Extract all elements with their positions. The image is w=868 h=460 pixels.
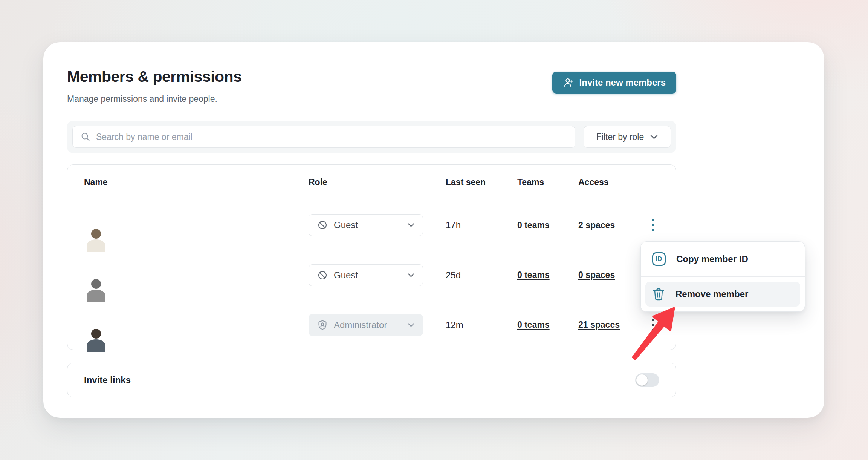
page-background: { "header": { "title": "Members & permis… xyxy=(0,0,868,460)
role-dropdown[interactable]: Guest xyxy=(309,264,423,286)
members-table: Name Role Last seen Teams Access Guest xyxy=(67,164,676,350)
remove-member-menu-item[interactable]: Remove member xyxy=(645,282,800,307)
table-row: Guest 17h 0 teams 2 spaces xyxy=(67,200,676,250)
teams-link[interactable]: 0 teams xyxy=(517,270,550,280)
role-dropdown[interactable]: Guest xyxy=(309,214,423,236)
blocked-icon xyxy=(317,220,328,230)
row-menu-button[interactable] xyxy=(645,215,660,236)
menu-item-label: Remove member xyxy=(675,289,748,299)
invite-button-label: Invite new members xyxy=(579,77,666,88)
column-header-last-seen: Last seen xyxy=(446,177,517,187)
teams-link[interactable]: 0 teams xyxy=(517,220,550,230)
last-seen-value: 12m xyxy=(446,320,517,330)
last-seen-value: 25d xyxy=(446,270,517,281)
role-value: Guest xyxy=(334,270,358,281)
invite-links-label: Invite links xyxy=(84,375,131,385)
filter-bar: Filter by role xyxy=(67,121,676,153)
menu-item-label: Copy member ID xyxy=(676,254,748,264)
invite-links-section: Invite links xyxy=(67,363,676,397)
column-header-access: Access xyxy=(578,177,645,187)
column-header-teams: Teams xyxy=(517,177,578,187)
access-link[interactable]: 2 spaces xyxy=(578,220,615,230)
person-plus-icon xyxy=(563,77,574,88)
chevron-down-icon xyxy=(408,273,414,278)
access-link[interactable]: 21 spaces xyxy=(578,320,620,330)
page-header: Members & permissions Manage permissions… xyxy=(67,68,676,104)
role-dropdown[interactable]: Administrator xyxy=(309,314,423,336)
page-title-block: Members & permissions Manage permissions… xyxy=(67,68,241,104)
chevron-down-icon xyxy=(408,323,414,327)
page-subtitle: Manage permissions and invite people. xyxy=(67,94,241,104)
invite-links-toggle[interactable] xyxy=(635,373,659,387)
admin-shield-icon xyxy=(317,320,328,330)
copy-member-id-menu-item[interactable]: ID Copy member ID xyxy=(641,242,805,276)
row-menu-button[interactable] xyxy=(645,314,660,336)
page-title: Members & permissions xyxy=(67,68,241,86)
toggle-knob xyxy=(636,374,648,386)
role-value: Administrator xyxy=(334,320,387,330)
teams-link[interactable]: 0 teams xyxy=(517,320,550,330)
column-header-role: Role xyxy=(309,177,446,187)
trash-icon xyxy=(652,287,665,301)
table-header-row: Name Role Last seen Teams Access xyxy=(67,165,676,200)
role-value: Guest xyxy=(334,220,358,230)
filter-by-role-label: Filter by role xyxy=(596,132,644,142)
member-context-menu: ID Copy member ID Remove member xyxy=(640,241,805,312)
column-header-name: Name xyxy=(84,177,309,187)
blocked-icon xyxy=(317,270,328,281)
filter-by-role-dropdown[interactable]: Filter by role xyxy=(584,126,671,148)
invite-new-members-button[interactable]: Invite new members xyxy=(552,72,676,94)
chevron-down-icon xyxy=(408,223,414,227)
last-seen-value: 17h xyxy=(446,220,517,230)
table-row: Guest 25d 0 teams 0 spaces xyxy=(67,250,676,300)
chevron-down-icon xyxy=(650,134,658,140)
members-permissions-card: Members & permissions Manage permissions… xyxy=(43,42,824,418)
search-input[interactable] xyxy=(96,132,567,142)
table-row: Administrator 12m 0 teams 21 spaces xyxy=(67,300,676,350)
id-badge-icon: ID xyxy=(652,252,666,266)
access-link[interactable]: 0 spaces xyxy=(578,270,615,280)
search-box[interactable] xyxy=(72,126,575,148)
search-icon xyxy=(80,132,91,142)
